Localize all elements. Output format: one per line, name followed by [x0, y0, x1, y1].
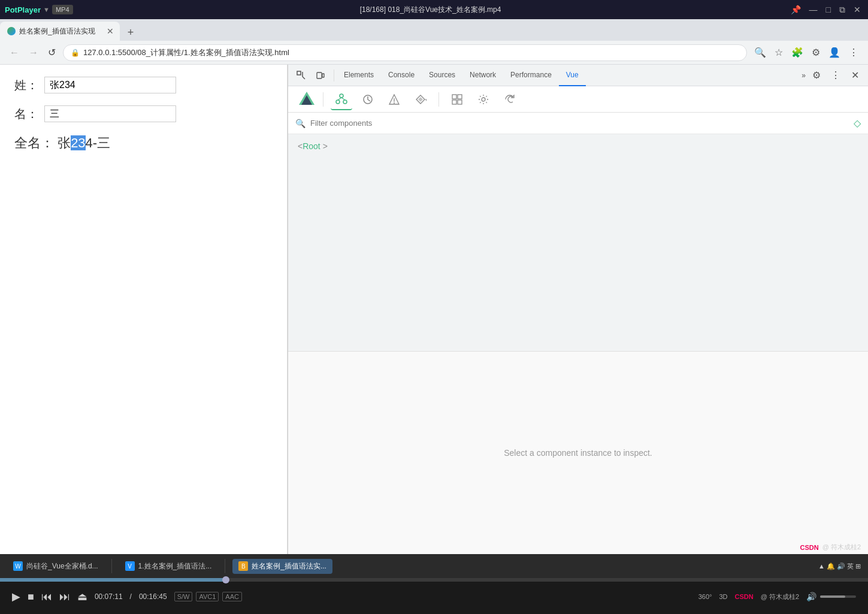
tab-console[interactable]: Console — [381, 65, 422, 86]
taskbar-separator-2 — [225, 559, 225, 573]
play-button[interactable]: ▶ — [12, 590, 20, 603]
tab-label: 姓名案例_插值语法实现 — [19, 26, 102, 37]
bookmark-icon[interactable]: ☆ — [772, 44, 785, 61]
prev-button[interactable]: ⏮ — [41, 591, 52, 603]
taskbar-vscode-label: 1.姓名案例_插值语法... — [138, 561, 212, 571]
profile-icon[interactable]: 👤 — [826, 44, 843, 61]
vue-settings-button[interactable] — [473, 89, 494, 110]
inspect-panel: Select a component instance to inspect. — [288, 351, 868, 554]
url-bar[interactable]: 🔒 127.0.0.1:5500/08_计算属性/1.姓名案例_插值语法实现.h… — [63, 44, 747, 61]
tag-sw: S/W — [174, 592, 193, 601]
svg-point-23 — [482, 98, 485, 101]
vue-logo — [298, 90, 316, 108]
inspect-diamond-icon[interactable]: ◇ — [854, 117, 861, 129]
eject-button[interactable]: ⏏ — [77, 590, 87, 603]
surname-input[interactable] — [44, 77, 176, 93]
taskbar-word-label: 尚硅谷_Vue全家桶.d... — [26, 561, 98, 571]
devtools-close-button[interactable]: ✕ — [846, 67, 863, 84]
device-toolbar-button[interactable] — [312, 67, 329, 84]
inspect-message: Select a component instance to inspect. — [504, 448, 652, 458]
player-user: @ 符木成桂2 — [761, 592, 799, 601]
maximize-button[interactable]: □ — [824, 5, 833, 14]
taskbar-vscode-icon: V — [125, 561, 135, 571]
browser-wrapper: 姓名案例_插值语法实现 ✕ + ← → ↺ 🔒 127.0.0.1:5500/0… — [0, 19, 868, 554]
close-button[interactable]: ✕ — [851, 5, 863, 14]
vue-router-button[interactable]: ▾ — [410, 89, 431, 110]
window-controls[interactable]: 📌 — □ ⧉ ✕ — [788, 5, 863, 15]
vue-timeline-button[interactable] — [357, 89, 379, 110]
tab-vue[interactable]: Vue — [559, 65, 586, 86]
resize-button[interactable]: ⧉ — [837, 5, 848, 15]
tab-network[interactable]: Network — [462, 65, 503, 86]
taskbar-item-word[interactable]: W 尚硅谷_Vue全家桶.d... — [7, 559, 104, 574]
devtools-sep — [334, 69, 334, 81]
element-picker-button[interactable] — [293, 67, 310, 84]
pin-button[interactable]: 📌 — [788, 5, 803, 14]
back-button[interactable]: ← — [7, 45, 22, 61]
devtools-more-options-button[interactable]: ⋮ — [827, 67, 844, 84]
active-tab[interactable]: 姓名案例_插值语法实现 ✕ — [0, 22, 120, 41]
minimize-button[interactable]: — — [807, 5, 820, 14]
taskbar-browser-label: 姓名案例_插值语法实... — [252, 561, 326, 571]
filter-components-input[interactable] — [310, 119, 849, 128]
volume-bar[interactable] — [820, 595, 856, 598]
svg-text:▾: ▾ — [425, 98, 427, 102]
settings-icon[interactable]: ⚙ — [809, 44, 822, 61]
svg-rect-19 — [452, 95, 456, 99]
devtools-actions: ⚙ ⋮ ✕ — [808, 67, 863, 84]
next-button[interactable]: ⏭ — [59, 591, 70, 603]
more-options-icon[interactable]: ⋮ — [846, 44, 861, 61]
taskbar: W 尚硅谷_Vue全家桶.d... V 1.姓名案例_插值语法... B 姓名案… — [0, 554, 868, 578]
devtools-tab-bar: Elements Console Sources Network Perform… — [288, 65, 868, 86]
new-tab-button[interactable]: + — [122, 24, 139, 41]
vue-refresh-button[interactable] — [499, 89, 521, 110]
csdn-logo: CSDN — [800, 544, 818, 551]
window-title: [18/168] 018_尚硅谷Vue技术_姓名案例.mp4 — [78, 5, 784, 15]
nav-icons: 🔍 ☆ 🧩 ⚙ 👤 ⋮ — [752, 44, 861, 61]
volume-control[interactable]: 🔊 — [806, 592, 856, 601]
toolbar-separator — [323, 92, 323, 107]
time-current: 00:07:11 — [95, 592, 123, 601]
progress-fill — [0, 578, 226, 582]
taskbar-item-browser[interactable]: B 姓名案例_插值语法实... — [232, 559, 332, 574]
svg-marker-17 — [418, 97, 423, 102]
tab-elements[interactable]: Elements — [337, 65, 381, 86]
forward-button[interactable]: → — [26, 45, 41, 61]
vue-components-button[interactable] — [331, 89, 352, 110]
player-bar: W 尚硅谷_Vue全家桶.d... V 1.姓名案例_插值语法... B 姓名案… — [0, 554, 868, 614]
svg-rect-21 — [452, 100, 456, 104]
stop-button[interactable]: ■ — [28, 591, 34, 603]
title-bar-left: PotPlayer ▼ MP4 — [5, 5, 73, 14]
fullname-label: 全名： — [14, 135, 54, 150]
component-tree: <Root > — [288, 134, 868, 351]
extension-icon[interactable]: 🧩 — [789, 44, 806, 61]
url-text: 127.0.0.1:5500/08_计算属性/1.姓名案例_插值语法实现.htm… — [83, 47, 739, 58]
vue-filter-bar: 🔍 ◇ — [288, 113, 868, 134]
firstname-input[interactable] — [44, 105, 176, 122]
devtools-panel: Elements Console Sources Network Perform… — [288, 65, 868, 554]
search-icon[interactable]: 🔍 — [752, 44, 769, 61]
time-separator: / — [130, 592, 132, 601]
svg-rect-4 — [322, 74, 324, 77]
filter-search-icon: 🔍 — [295, 119, 306, 128]
tab-close-button[interactable]: ✕ — [105, 25, 115, 37]
app-logo: PotPlayer — [5, 5, 41, 14]
vue-pinia-button[interactable] — [383, 89, 405, 110]
firstname-label: 名： — [14, 106, 38, 122]
vue-data-button[interactable] — [446, 89, 468, 110]
media-format: MP4 — [52, 5, 73, 14]
tab-sources[interactable]: Sources — [422, 65, 462, 86]
progress-bar[interactable] — [0, 578, 868, 582]
svg-line-2 — [303, 77, 305, 79]
firstname-row: 名： — [14, 105, 273, 122]
svg-point-9 — [343, 100, 347, 104]
taskbar-item-vscode[interactable]: V 1.姓名案例_插值语法... — [119, 559, 218, 574]
tab-performance[interactable]: Performance — [503, 65, 559, 86]
root-component[interactable]: <Root > — [298, 141, 858, 151]
devtools-more-tabs[interactable]: » — [802, 71, 806, 80]
devtools-settings-button[interactable]: ⚙ — [808, 67, 825, 84]
reload-button[interactable]: ↺ — [46, 44, 58, 61]
svg-rect-0 — [297, 71, 301, 75]
main-area: 姓： 名： 全名： 张234-三 — [0, 65, 868, 554]
surname-row: 姓： — [14, 77, 273, 93]
